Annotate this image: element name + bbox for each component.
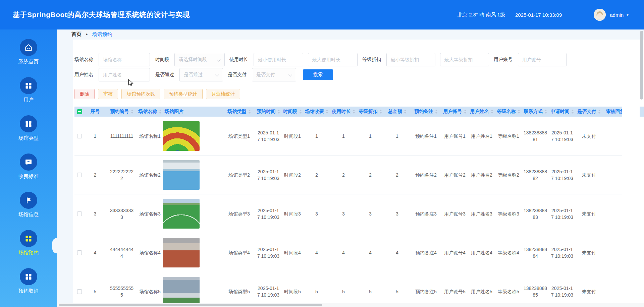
column-header-reserve_time[interactable]: 预约时间 bbox=[255, 107, 282, 117]
approved-label: 是否通过 bbox=[155, 72, 175, 78]
sort-caret-icon[interactable] bbox=[518, 108, 520, 115]
column-header-total[interactable]: 总金额 bbox=[384, 107, 411, 117]
cell-duration: 1 bbox=[330, 117, 357, 155]
row-checkbox[interactable] bbox=[77, 173, 82, 177]
search-row-1: 场馆名称 时间段 请选择时间段 使用时长 等级折扣 用户账号 bbox=[74, 53, 644, 66]
column-label: 使用时长 bbox=[332, 109, 351, 115]
select-all-checkbox[interactable] bbox=[77, 109, 82, 114]
action-buttons: 删除 审核 场馆预约次数 预约类型统计 月业绩统计 bbox=[74, 89, 644, 99]
row-checkbox[interactable] bbox=[77, 250, 82, 255]
cell-apply_time: 2025-01-17 10:19:03 bbox=[549, 117, 576, 155]
duration-min-input[interactable] bbox=[254, 53, 303, 66]
horizontal-scrollbar-thumb[interactable] bbox=[59, 304, 322, 306]
column-header-reservation_no[interactable]: 预约编号 bbox=[106, 107, 138, 117]
sidebar-item-users[interactable]: 用户 bbox=[0, 77, 57, 103]
chevron-down-icon[interactable]: ▼ bbox=[626, 13, 629, 17]
paid-select[interactable]: 是否支付 bbox=[252, 68, 296, 81]
sidebar-item-reservation-cancel[interactable]: 预约取消 bbox=[0, 268, 57, 294]
approved-select[interactable]: 是否通过 bbox=[179, 68, 223, 81]
venue-image bbox=[163, 121, 200, 151]
cell-fee: 3 bbox=[303, 194, 330, 233]
column-header-venue_name[interactable]: 场馆名称 bbox=[138, 107, 162, 117]
cell-total: 2 bbox=[384, 156, 411, 194]
discount-max-input[interactable] bbox=[440, 53, 489, 66]
cell-index: 4 bbox=[85, 233, 106, 272]
sidebar-item-venue-reservation[interactable]: 场馆预约 bbox=[0, 230, 57, 256]
grid-icon bbox=[20, 115, 37, 132]
cell-reservation_no: 1111111111 bbox=[106, 117, 138, 155]
venue-name-input[interactable] bbox=[99, 53, 150, 66]
cell-venue_type: 场馆类型5 bbox=[223, 272, 255, 307]
search-button[interactable]: 搜索 bbox=[303, 69, 333, 80]
sort-caret-icon[interactable] bbox=[277, 108, 280, 115]
paid-label: 是否支付 bbox=[228, 72, 248, 78]
column-header-venue_type[interactable]: 场馆类型 bbox=[223, 107, 255, 117]
column-header-discount[interactable]: 等级折扣 bbox=[357, 107, 384, 117]
vertical-scrollbar[interactable] bbox=[640, 31, 643, 100]
sidebar-item-home[interactable]: 系统首页 bbox=[0, 39, 57, 65]
sort-caret-icon[interactable] bbox=[404, 108, 407, 115]
sidebar-item-label: 场馆信息 bbox=[18, 211, 39, 218]
sort-caret-icon[interactable] bbox=[598, 108, 601, 115]
breadcrumb-home[interactable]: 首页 bbox=[71, 31, 82, 38]
breadcrumb-separator: ● bbox=[86, 33, 88, 36]
review-button[interactable]: 审核 bbox=[98, 89, 118, 99]
sort-caret-icon[interactable] bbox=[544, 108, 547, 115]
cell-index: 5 bbox=[85, 272, 106, 307]
breadcrumb-current[interactable]: 场馆预约 bbox=[92, 31, 112, 38]
column-header-paid[interactable]: 是否支付 bbox=[576, 107, 602, 117]
column-label: 申请时间 bbox=[551, 109, 570, 115]
datetime-text: 2025-01-17 10:33:09 bbox=[515, 12, 562, 18]
column-header-apply_time[interactable]: 申请时间 bbox=[549, 107, 576, 117]
flag-icon bbox=[20, 192, 37, 209]
column-header-review_reply[interactable]: 审核回复 bbox=[602, 107, 622, 117]
column-header-time_slot[interactable]: 时间段 bbox=[282, 107, 303, 117]
cell-apply_time: 2025-01-17 10:19:03 bbox=[549, 194, 576, 233]
sort-caret-icon[interactable] bbox=[248, 108, 251, 115]
sort-caret-icon[interactable] bbox=[159, 108, 162, 115]
cell-account: 用户账号5 bbox=[441, 272, 468, 307]
sidebar-item-venue-type[interactable]: 场馆类型 bbox=[0, 115, 57, 141]
monthly-stats-button[interactable]: 月业绩统计 bbox=[206, 89, 240, 99]
row-checkbox[interactable] bbox=[77, 134, 82, 138]
duration-max-input[interactable] bbox=[308, 53, 358, 66]
sort-caret-icon[interactable] bbox=[299, 108, 302, 115]
account-input[interactable] bbox=[518, 53, 567, 66]
cell-index: 3 bbox=[85, 194, 106, 233]
discount-min-input[interactable] bbox=[386, 53, 435, 66]
reservation-count-button[interactable]: 场馆预约次数 bbox=[121, 89, 160, 99]
cell-fee: 2 bbox=[303, 156, 330, 194]
sort-caret-icon[interactable] bbox=[464, 108, 467, 115]
column-header-phone[interactable]: 联系方式 bbox=[522, 107, 549, 117]
column-label: 用户账号 bbox=[443, 109, 462, 115]
username-label[interactable]: admin bbox=[610, 12, 624, 18]
user-avatar[interactable] bbox=[594, 9, 606, 21]
main-area: 首页 ● 场馆预约 场馆名称 时间段 请选择时间段 使用时长 等级折扣 用户账号 bbox=[57, 29, 644, 307]
time-slot-select[interactable]: 请选择时间段 bbox=[174, 53, 225, 66]
column-header-fee[interactable]: 场馆收费 bbox=[303, 107, 330, 117]
sidebar-item-venue-info[interactable]: 场馆信息 bbox=[0, 192, 57, 218]
sort-caret-icon[interactable] bbox=[326, 108, 328, 115]
horizontal-scrollbar-track[interactable] bbox=[57, 303, 644, 307]
column-label: 等级名称 bbox=[497, 109, 516, 115]
sidebar-item-fee-standard[interactable]: 收费标准 bbox=[0, 154, 57, 180]
column-header-level_name[interactable]: 等级名称 bbox=[495, 107, 522, 117]
row-checkbox[interactable] bbox=[77, 289, 82, 294]
grid-icon bbox=[20, 230, 37, 247]
delete-button[interactable]: 删除 bbox=[74, 89, 95, 99]
sort-caret-icon[interactable] bbox=[435, 108, 438, 115]
sort-caret-icon[interactable] bbox=[571, 108, 574, 115]
column-header-user_name[interactable]: 用户姓名 bbox=[468, 107, 495, 117]
cell-level_name: 等级名称2 bbox=[495, 156, 522, 194]
sort-caret-icon[interactable] bbox=[131, 108, 133, 115]
type-stats-button[interactable]: 预约类型统计 bbox=[164, 89, 203, 99]
sort-caret-icon[interactable] bbox=[353, 108, 355, 115]
column-header-account[interactable]: 用户账号 bbox=[441, 107, 468, 117]
user-name-input[interactable] bbox=[99, 68, 150, 81]
row-checkbox[interactable] bbox=[77, 211, 82, 216]
sort-caret-icon[interactable] bbox=[379, 108, 382, 115]
cell-reservation_no: 2222222222 bbox=[106, 156, 138, 194]
sort-caret-icon[interactable] bbox=[491, 108, 493, 115]
column-header-remark[interactable]: 预约备注 bbox=[411, 107, 441, 117]
column-header-duration[interactable]: 使用时长 bbox=[330, 107, 357, 117]
